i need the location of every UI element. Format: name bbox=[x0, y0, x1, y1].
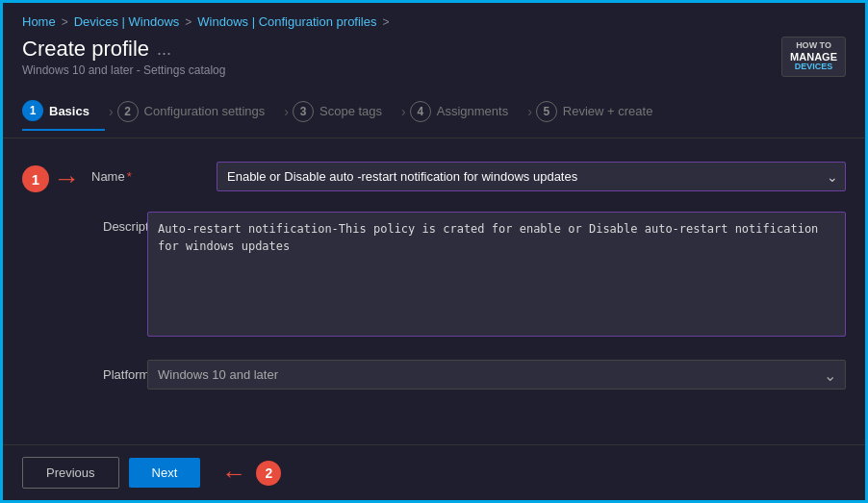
step-config-circle: 2 bbox=[117, 101, 139, 122]
name-input[interactable] bbox=[217, 162, 846, 191]
required-indicator: * bbox=[127, 169, 132, 184]
description-row: Description Auto-restart notification-Th… bbox=[22, 212, 846, 340]
step-review[interactable]: 5 Review + create bbox=[536, 93, 669, 130]
annotation-circle-1: 1 bbox=[22, 165, 49, 192]
logo-how: HOW TO bbox=[796, 41, 831, 51]
page-title-group: Create profile ... Windows 10 and later … bbox=[22, 37, 225, 77]
wizard-steps: 1 Basics › 2 Configuration settings › 3 … bbox=[3, 85, 865, 138]
platform-input-area: Windows 10 and later ⌄ bbox=[147, 360, 846, 390]
breadcrumb-home[interactable]: Home bbox=[22, 14, 56, 29]
form-name-label: Name* bbox=[91, 162, 217, 184]
breadcrumb-sep-3: > bbox=[382, 15, 389, 29]
annotation-circle-2: 2 bbox=[256, 461, 281, 486]
step-scope[interactable]: 3 Scope tags bbox=[293, 93, 397, 130]
step-review-label: Review + create bbox=[563, 104, 653, 118]
form-area: 1 → Name* ⌄ Description Auto-restart not… bbox=[3, 138, 865, 444]
step-review-circle: 5 bbox=[536, 101, 557, 122]
step-sep-2: › bbox=[284, 104, 289, 119]
form-platform-label: Platform bbox=[22, 360, 147, 382]
logo-devices: DEVICES bbox=[795, 63, 833, 72]
form-description-label: Description bbox=[22, 212, 147, 234]
bottom-arrow-icon: ← bbox=[221, 461, 246, 486]
step-assignments-circle: 4 bbox=[410, 101, 431, 122]
step-scope-label: Scope tags bbox=[319, 104, 382, 118]
bottom-annotation: ← 2 bbox=[217, 461, 281, 486]
annotation-arrow-1: → bbox=[53, 165, 80, 192]
next-button[interactable]: Next bbox=[129, 458, 201, 488]
name-input-area: ⌄ bbox=[217, 162, 846, 191]
logo: HOW TO MANAGE DEVICES bbox=[781, 37, 846, 77]
step-config[interactable]: 2 Configuration settings bbox=[117, 93, 281, 130]
page-title-ellipsis[interactable]: ... bbox=[157, 39, 171, 60]
platform-select[interactable]: Windows 10 and later bbox=[147, 360, 846, 390]
step-sep-4: › bbox=[527, 104, 532, 119]
step-basics[interactable]: 1 Basics bbox=[22, 92, 105, 131]
breadcrumb-config-profiles[interactable]: Windows | Configuration profiles bbox=[197, 14, 376, 29]
step-sep-1: › bbox=[109, 104, 114, 119]
step-config-label: Configuration settings bbox=[144, 104, 266, 118]
page-subtitle: Windows 10 and later - Settings catalog bbox=[22, 63, 225, 77]
previous-button[interactable]: Previous bbox=[22, 457, 119, 489]
main-container: Home > Devices | Windows > Windows | Con… bbox=[3, 3, 865, 500]
step-basics-circle: 1 bbox=[22, 100, 43, 121]
step-assignments-label: Assignments bbox=[437, 104, 508, 118]
description-textarea[interactable]: Auto-restart notification-This policy is… bbox=[147, 212, 846, 337]
step-assignments[interactable]: 4 Assignments bbox=[410, 93, 523, 130]
description-input-area: Auto-restart notification-This policy is… bbox=[147, 212, 846, 340]
page-title: Create profile ... bbox=[22, 37, 225, 62]
breadcrumb: Home > Devices | Windows > Windows | Con… bbox=[3, 3, 865, 33]
step-sep-3: › bbox=[401, 104, 406, 119]
step-scope-circle: 3 bbox=[293, 101, 314, 122]
page-header: Create profile ... Windows 10 and later … bbox=[3, 33, 865, 85]
breadcrumb-sep-2: > bbox=[185, 15, 191, 29]
bottom-actions: Previous Next ← 2 bbox=[3, 444, 865, 500]
step-basics-label: Basics bbox=[49, 104, 89, 118]
platform-row: Platform Windows 10 and later ⌄ bbox=[22, 360, 846, 390]
breadcrumb-sep-1: > bbox=[62, 15, 68, 29]
page-title-text: Create profile bbox=[22, 37, 149, 62]
breadcrumb-devices-windows[interactable]: Devices | Windows bbox=[74, 14, 180, 29]
